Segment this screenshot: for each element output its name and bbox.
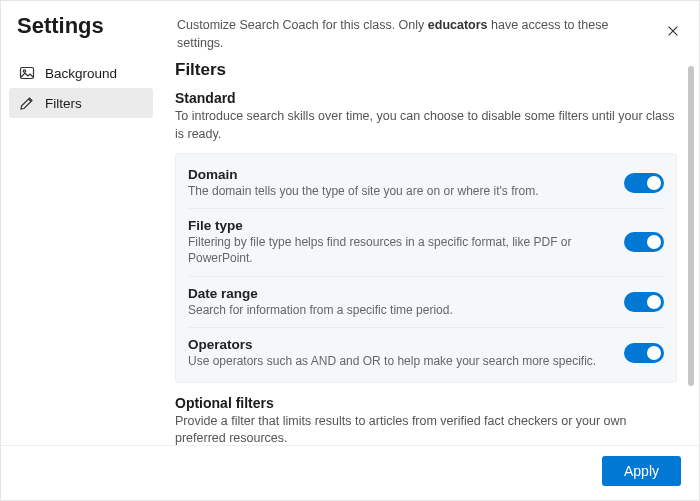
sidebar-item-label: Background (45, 66, 117, 81)
filter-title: File type (188, 218, 616, 233)
scrollbar-track[interactable] (689, 58, 697, 439)
filters-heading: Filters (175, 60, 677, 80)
standard-card: Domain The domain tells you the type of … (175, 153, 677, 383)
page-subtitle: Customize Search Coach for this class. O… (177, 17, 651, 52)
pencil-icon (19, 95, 35, 111)
close-icon (666, 24, 680, 38)
filter-row-filetype: File type Filtering by file type helps f… (188, 209, 664, 276)
standard-heading: Standard (175, 90, 677, 106)
svg-point-1 (23, 70, 25, 72)
filter-title: Operators (188, 337, 616, 352)
main-panel: Filters Standard To introduce search ski… (161, 52, 699, 445)
toggle-domain[interactable] (624, 173, 664, 193)
filter-title: Date range (188, 286, 616, 301)
scrollbar-thumb[interactable] (688, 66, 694, 386)
close-button[interactable] (659, 17, 687, 45)
sidebar-item-background[interactable]: Background (9, 58, 153, 88)
image-icon (19, 65, 35, 81)
optional-heading: Optional filters (175, 395, 677, 411)
filter-title: Domain (188, 167, 616, 182)
optional-desc: Provide a filter that limits results to … (175, 413, 677, 445)
filter-row-operators: Operators Use operators such as AND and … (188, 328, 664, 378)
apply-button[interactable]: Apply (602, 456, 681, 486)
filter-row-daterange: Date range Search for information from a… (188, 277, 664, 328)
svg-rect-0 (21, 68, 34, 79)
toggle-daterange[interactable] (624, 292, 664, 312)
filter-row-domain: Domain The domain tells you the type of … (188, 158, 664, 209)
filter-desc: The domain tells you the type of site yo… (188, 183, 616, 199)
filter-desc: Search for information from a specific t… (188, 302, 616, 318)
footer: Apply (1, 445, 699, 500)
filter-desc: Filtering by file type helps find resour… (188, 234, 616, 266)
toggle-operators[interactable] (624, 343, 664, 363)
sidebar: Background Filters (1, 52, 161, 445)
toggle-filetype[interactable] (624, 232, 664, 252)
sidebar-item-label: Filters (45, 96, 82, 111)
standard-desc: To introduce search skills over time, yo… (175, 108, 677, 143)
page-title: Settings (17, 13, 177, 39)
sidebar-item-filters[interactable]: Filters (9, 88, 153, 118)
filter-desc: Use operators such as AND and OR to help… (188, 353, 616, 369)
